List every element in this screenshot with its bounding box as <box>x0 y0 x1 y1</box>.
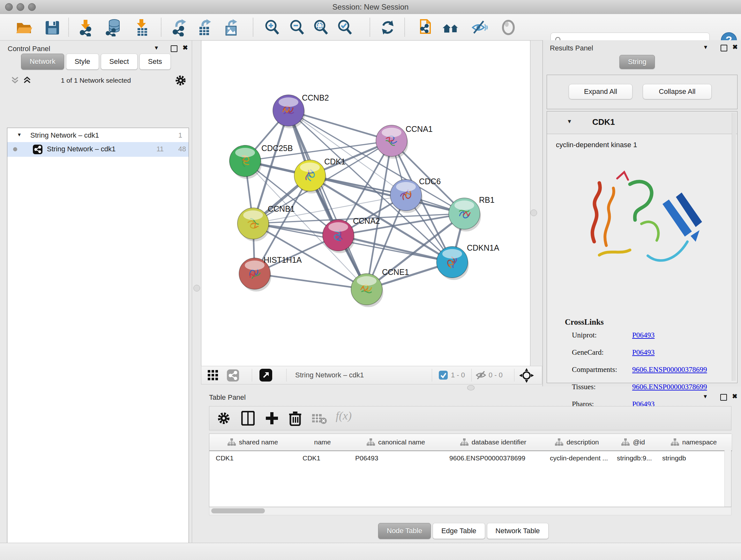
table-gear-icon[interactable] <box>217 412 230 425</box>
sitemap-icon <box>227 438 236 446</box>
collapse-all-button[interactable]: Collapse All <box>643 84 712 99</box>
right-splitter-handle[interactable] <box>530 209 537 216</box>
export-table-icon[interactable] <box>196 18 213 37</box>
column-header-shared-name[interactable]: shared name <box>209 434 296 451</box>
table-header-row: shared namenamecanonical namedatabase id… <box>209 434 731 450</box>
crosslink-value-link[interactable]: P06493 <box>632 348 655 357</box>
network-home-icon[interactable] <box>442 18 460 37</box>
scrollbar-thumb[interactable] <box>211 508 265 513</box>
zoom-fit-icon[interactable] <box>312 18 330 37</box>
crosslink-value-link[interactable]: 9606.ENSP00000378699 <box>632 366 707 374</box>
column-header-database-identifier[interactable]: database identifier <box>443 434 544 451</box>
node-RB1[interactable]: RB1 <box>449 195 495 232</box>
open-session-icon[interactable] <box>15 18 33 37</box>
panel-float-icon[interactable] <box>721 45 727 51</box>
node-CCNA1[interactable]: CCNA1 <box>376 125 433 159</box>
zoom-in-icon[interactable] <box>263 18 281 37</box>
import-network-icon[interactable] <box>78 18 96 37</box>
column-header--id[interactable]: @id <box>610 434 656 451</box>
tab-style[interactable]: Style <box>66 54 99 70</box>
tab-edge-table[interactable]: Edge Table <box>433 523 485 539</box>
column-header-canonical-name[interactable]: canonical name <box>349 434 443 451</box>
node-CDKN1A[interactable]: CDKN1A <box>436 243 499 280</box>
function-builder-icon[interactable]: f(x) <box>336 409 352 422</box>
section-disclosure-icon[interactable]: ▼ <box>567 118 572 125</box>
grid-view-icon[interactable] <box>208 370 219 381</box>
share-view-icon[interactable] <box>227 369 239 381</box>
tab-network-table[interactable]: Network Table <box>487 523 549 539</box>
network-row[interactable]: String Network – cdk1 11 48 <box>7 142 189 157</box>
export-network-icon[interactable] <box>171 18 189 37</box>
column-header-description[interactable]: description <box>543 434 611 451</box>
disclosure-triangle-icon[interactable]: ▼ <box>17 132 22 137</box>
table-cell[interactable]: stringdb:9... <box>610 451 656 465</box>
selected-checkbox-icon[interactable] <box>439 371 448 380</box>
toolbar-separator <box>432 369 432 381</box>
table-vertical-scrollbar[interactable] <box>724 450 731 507</box>
gear-icon[interactable] <box>175 75 186 86</box>
table-horizontal-scrollbar[interactable] <box>209 507 731 515</box>
fit-selection-crosshair-icon[interactable] <box>519 368 534 383</box>
panel-menu-icon[interactable]: ▾ <box>704 44 707 50</box>
tab-network[interactable]: Network <box>21 54 64 70</box>
import-table-icon[interactable] <box>133 18 151 37</box>
edge-CCNA2-CDKN1A[interactable] <box>338 235 452 262</box>
zoom-selected-icon[interactable] <box>336 18 354 37</box>
add-column-icon[interactable] <box>265 412 279 425</box>
column-header-name[interactable]: name <box>296 434 349 451</box>
delete-column-icon[interactable] <box>288 411 302 426</box>
panel-menu-icon[interactable]: ▾ <box>155 44 158 51</box>
export-image-icon[interactable] <box>222 18 240 37</box>
node-section-header[interactable]: ▼ CDK1 <box>547 111 737 134</box>
column-header-label: description <box>566 438 599 446</box>
left-splitter-handle[interactable] <box>193 285 200 292</box>
column-header-namespace[interactable]: namespace <box>656 434 732 451</box>
tab-sets[interactable]: Sets <box>139 54 171 70</box>
hidden-count: 0 - 0 <box>488 366 502 384</box>
table-cell[interactable]: cyclin-dependent ... <box>543 451 610 465</box>
table-panel-tabs: Node TableEdge TableNetwork Table <box>378 523 569 539</box>
import-database-icon[interactable] <box>105 18 123 37</box>
expand-all-button[interactable]: Expand All <box>569 84 632 99</box>
node-label-CDC25B: CDC25B <box>261 144 293 152</box>
panel-close-icon[interactable]: ✖ <box>732 393 738 399</box>
tab-node-table[interactable]: Node Table <box>378 523 431 539</box>
crosslink-row: Compartments:9606.ENSP00000378699 <box>547 366 726 383</box>
open-in-window-icon[interactable] <box>259 369 272 381</box>
tab-string[interactable]: String <box>619 55 655 69</box>
delete-table-icon[interactable] <box>312 414 327 424</box>
node-CCNA2[interactable]: CCNA2 <box>323 216 380 253</box>
network-canvas[interactable]: CCNB2CCNA1CDC25BCDK1CDC6RB1CCNB1CCNA2CDK… <box>201 40 530 367</box>
tab-select[interactable]: Select <box>101 54 138 70</box>
panel-menu-icon[interactable]: ▾ <box>704 393 707 399</box>
panel-close-icon[interactable]: ✖ <box>183 44 188 51</box>
panel-float-icon[interactable] <box>171 45 178 52</box>
refresh-icon[interactable] <box>379 18 397 37</box>
table-cell[interactable]: stringdb <box>656 451 732 465</box>
zoom-out-icon[interactable] <box>288 18 306 37</box>
hide-eye-icon[interactable] <box>470 18 488 37</box>
column-header-label: canonical name <box>378 438 425 446</box>
panel-float-icon[interactable] <box>720 394 727 401</box>
status-bar: ☁ Memory <box>0 543 741 560</box>
node-CCNB2[interactable]: CCNB2 <box>273 93 329 128</box>
table-cell[interactable]: CDK1 <box>296 451 349 465</box>
panel-close-icon[interactable]: ✖ <box>732 44 738 50</box>
node-CDK1[interactable]: CDK1 <box>294 157 346 193</box>
crosslink-value-link[interactable]: P06493 <box>632 331 655 339</box>
table-toolbar: f(x) <box>209 406 731 430</box>
columns-icon[interactable] <box>241 411 255 426</box>
table-cell[interactable]: 9606.ENSP00000378699 <box>443 451 543 465</box>
results-scrollbar[interactable] <box>732 113 736 381</box>
edge-CCNE1-HIST1H1A[interactable] <box>255 273 367 289</box>
results-node-box: ▼ CDK1 cyclin-dependent kinase 1 <box>547 111 738 383</box>
hidden-eye-icon[interactable] <box>475 371 487 380</box>
table-cell[interactable]: P06493 <box>349 451 443 465</box>
save-session-icon[interactable] <box>43 18 61 37</box>
node-CCNB1[interactable]: CCNB1 <box>238 204 295 241</box>
network-collection-row[interactable]: ▼ String Network – cdk1 1 <box>7 129 189 142</box>
node-HIST1H1A[interactable]: HIST1H1A <box>239 255 302 292</box>
share-document-icon[interactable] <box>415 18 433 37</box>
birdseye-icon[interactable] <box>499 18 517 37</box>
table-cell[interactable]: CDK1 <box>209 451 296 465</box>
